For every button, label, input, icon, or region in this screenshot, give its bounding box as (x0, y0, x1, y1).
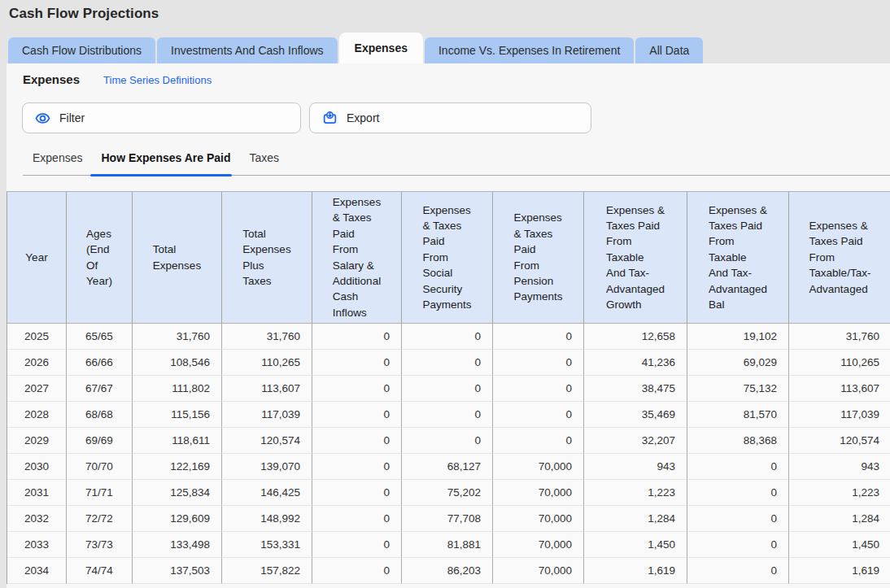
table-cell: 0 (687, 506, 789, 532)
table-row: 202969/69118,611120,57400032,20788,36812… (7, 428, 890, 454)
table-cell: 0 (402, 350, 493, 376)
table-cell: 0 (312, 376, 402, 402)
table-cell: 31,760 (222, 324, 312, 350)
table-cell: 0 (402, 402, 493, 428)
table-cell: 65/65 (67, 324, 133, 350)
table-cell: 0 (687, 558, 789, 584)
column-header: Year (7, 192, 67, 324)
table-cell: 113,607 (222, 376, 312, 402)
table-cell: 77,708 (402, 506, 493, 532)
table-cell: 0 (493, 428, 584, 454)
subtab-how-expenses-are-paid[interactable]: How Expenses Are Paid (101, 151, 230, 175)
table-cell: 2028 (7, 402, 67, 428)
table-cell: 113,607 (789, 376, 890, 402)
table-cell: 110,265 (789, 350, 890, 376)
tab-cash-flow-distributions[interactable]: Cash Flow Distributions (8, 37, 155, 63)
table-cell: 148,992 (222, 506, 312, 532)
table-cell: 1,223 (789, 480, 890, 506)
table-cell: 88,368 (687, 428, 789, 454)
table-cell: 2025 (7, 324, 67, 350)
table-cell: 75,202 (402, 480, 493, 506)
table-cell: 110,265 (222, 350, 312, 376)
table-cell: 2030 (7, 454, 67, 480)
table-cell: 31,760 (133, 324, 222, 350)
table-cell: 19,102 (687, 324, 789, 350)
tab-expenses[interactable]: Expenses (339, 33, 423, 63)
column-header: Expenses & Taxes Paid From Taxable And T… (584, 192, 687, 324)
subtab-taxes[interactable]: Taxes (249, 151, 279, 175)
table-cell: 133,498 (133, 532, 222, 558)
table-cell: 129,609 (133, 506, 222, 532)
table-cell: 108,546 (133, 350, 222, 376)
table-cell: 70,000 (493, 454, 584, 480)
table-cell: 68/68 (67, 402, 133, 428)
main-tab-bar: Cash Flow Distributions Investments And … (8, 33, 703, 63)
tab-income-vs-expenses-in-retirement[interactable]: Income Vs. Expenses In Retirement (425, 37, 634, 63)
table-cell: 0 (402, 324, 493, 350)
table-cell: 69,029 (687, 350, 789, 376)
table-row: 202666/66108,546110,26500041,23669,02911… (7, 350, 890, 376)
table-cell: 120,574 (222, 428, 312, 454)
table-cell: 139,070 (222, 454, 312, 480)
table-header-row: YearAges (End Of Year)Total ExpensesTota… (7, 192, 890, 324)
table-cell: 31,760 (789, 324, 890, 350)
tab-investments-and-cash-inflows[interactable]: Investments And Cash Inflows (157, 37, 338, 63)
table-cell: 70,000 (493, 480, 584, 506)
table-cell: 0 (312, 558, 402, 584)
table-cell: 2026 (7, 350, 67, 376)
table-cell: 35,469 (584, 402, 687, 428)
table-cell: 70,000 (493, 532, 584, 558)
table-cell: 70,000 (493, 506, 584, 532)
table-cell: 1,284 (584, 506, 687, 532)
table-cell: 0 (312, 402, 402, 428)
table-cell: 0 (493, 324, 584, 350)
column-header: Ages (End Of Year) (67, 192, 133, 324)
column-header: Expenses & Taxes Paid From Taxable And T… (687, 192, 789, 324)
table-cell: 943 (789, 454, 890, 480)
tab-all-data[interactable]: All Data (635, 37, 703, 63)
table-cell: 70/70 (67, 454, 133, 480)
table-cell: 75,132 (687, 376, 789, 402)
table-cell: 153,331 (222, 532, 312, 558)
table-cell: 120,574 (789, 428, 890, 454)
table-cell: 117,039 (789, 402, 890, 428)
table-cell: 122,169 (133, 454, 222, 480)
table-cell: 0 (312, 324, 402, 350)
table-cell: 157,822 (222, 558, 312, 584)
table-cell: 0 (402, 376, 493, 402)
table-cell: 0 (312, 480, 402, 506)
table-cell: 73/73 (67, 532, 133, 558)
table-cell: 125,834 (133, 480, 222, 506)
time-series-definitions-link[interactable]: Time Series Definitions (103, 74, 212, 86)
expenses-panel: Expenses Time Series Definitions Filter (7, 63, 890, 588)
export-button[interactable]: Export (309, 102, 591, 133)
table-cell: 67/67 (67, 376, 133, 402)
projection-table: YearAges (End Of Year)Total ExpensesTota… (7, 191, 890, 584)
table-cell: 0 (312, 350, 402, 376)
table-cell: 1,619 (584, 558, 687, 584)
table-cell: 0 (312, 506, 402, 532)
table-row: 203272/72129,609148,992077,70870,0001,28… (7, 506, 890, 532)
table-cell: 137,503 (133, 558, 222, 584)
table-cell: 86,203 (402, 558, 493, 584)
table-cell: 2032 (7, 506, 67, 532)
table-cell: 72/72 (67, 506, 133, 532)
table-cell: 68,127 (402, 454, 493, 480)
table-cell: 0 (493, 350, 584, 376)
subtab-expenses[interactable]: Expenses (33, 151, 82, 175)
column-header: Expenses & Taxes Paid From Taxable/Tax- … (789, 192, 890, 324)
table-cell: 41,236 (584, 350, 687, 376)
table-cell: 115,156 (133, 402, 222, 428)
sub-tab-bar: Expenses How Expenses Are Paid Taxes (23, 151, 890, 176)
table-cell: 943 (584, 454, 687, 480)
table-cell: 32,207 (584, 428, 687, 454)
table-cell: 1,450 (584, 532, 687, 558)
table-cell: 111,802 (133, 376, 222, 402)
table-cell: 2034 (7, 558, 67, 584)
section-title: Expenses (23, 72, 80, 86)
column-header: Expenses & Taxes Paid From Social Securi… (402, 192, 493, 324)
export-button-label: Export (347, 111, 379, 124)
filter-button[interactable]: Filter (22, 102, 301, 133)
top-bar: Cash Flow Projections Cash Flow Distribu… (0, 0, 890, 63)
table-cell: 0 (493, 402, 584, 428)
